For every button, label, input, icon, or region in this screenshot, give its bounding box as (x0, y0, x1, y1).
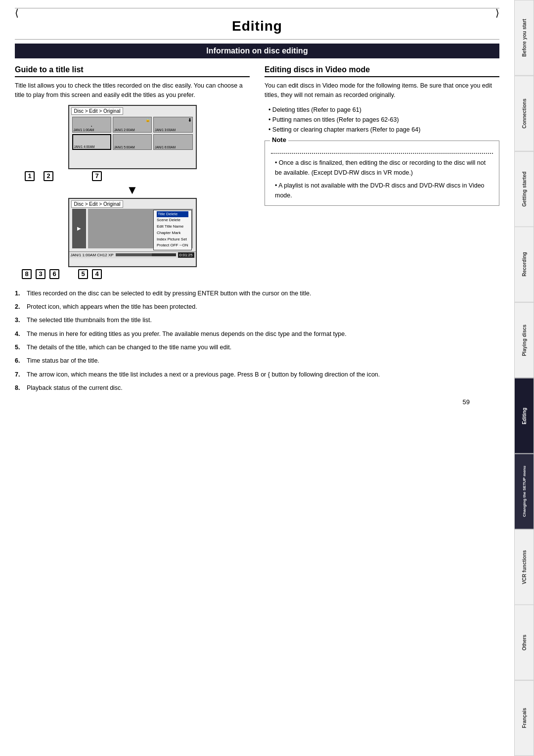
list-item-2: 2. Protect icon, which appears when the … (15, 302, 499, 312)
screen-bottom: Disc > Edit > Original ▶ Title Delete Sc… (68, 198, 197, 267)
editing-bullets: Deleting titles (Refer to page 61) Putti… (268, 105, 499, 135)
note-item-1: Once a disc is finalized, then editing t… (275, 158, 493, 178)
bullet-1: Deleting titles (Refer to page 61) (268, 105, 499, 115)
right-sidebar: Before you start Connections Getting sta… (514, 0, 534, 756)
num-1: 1 (25, 171, 35, 181)
sidebar-tab-francais[interactable]: Français (514, 680, 534, 756)
progress-fill (116, 253, 152, 256)
menu-title-delete: Title Delete (157, 211, 188, 218)
editing-title: Editing discs in Video mode (265, 65, 499, 77)
note-list: Once a disc is finalized, then editing t… (275, 158, 493, 200)
page-title: Editing (15, 9, 499, 38)
list-text-4: The menus in here for editing titles as … (27, 330, 347, 339)
main-content: ⟨ ⟩ Editing Information on disc editing … (0, 0, 514, 756)
num-labels-top: 1 2 7 (25, 171, 250, 181)
menu-chapter-mark: Chapter Mark (157, 230, 188, 236)
num-labels-bottom: 8 3 6 5 4 (22, 269, 250, 279)
screen-top: Disc > Edit > Original ▪ JAN/1 1:00AM 🔒 … (68, 105, 197, 169)
sidebar-tab-setup-menu[interactable]: Changing the SETUP menu (514, 454, 534, 529)
num-4: 4 (92, 269, 102, 279)
list-item-7: 7. The arrow icon, which means the title… (15, 370, 499, 379)
list-num-4: 4. (15, 330, 24, 339)
list-item-6: 6. Time status bar of the title. (15, 356, 499, 366)
title-line-bottom (15, 39, 499, 40)
sidebar-tab-recording[interactable]: Recording (514, 227, 534, 302)
status-bar: JAN/1 1:00AM CH12 XP 0:01:25 (69, 251, 196, 258)
list-text-5: The details of the title, which can be c… (27, 343, 231, 352)
sidebar-tab-editing[interactable]: Editing (514, 378, 534, 454)
list-item-4: 4. The menus in here for editing titles … (15, 330, 499, 339)
sidebar-tab-playing-discs[interactable]: Playing discs (514, 302, 534, 378)
thumb-cell-1: ▪ JAN/1 1:00AM (72, 117, 111, 133)
num-5: 5 (78, 269, 88, 279)
title-corner-left: ⟨ (15, 7, 19, 19)
list-num-6: 6. (15, 356, 24, 366)
section-header: Information on disc editing (15, 44, 499, 58)
play-panel: ▶ (72, 209, 86, 248)
num-6: 6 (49, 269, 59, 279)
sidebar-tab-vcr-functions[interactable]: VCR functions (514, 529, 534, 605)
menu-overlay: Title Delete Scene Delete Edit Title Nam… (153, 210, 192, 251)
thumb-cell-3: JAN/1 3:00AM ⬇ (153, 117, 192, 133)
title-corner-right: ⟩ (495, 7, 499, 19)
numbered-list: 1. Titles recorded on the disc can be se… (15, 289, 499, 393)
thumb-cell-2: 🔒 JAN/1 2:00AM (113, 117, 152, 133)
right-column: Editing discs in Video mode You can edit… (265, 65, 499, 281)
list-num-8: 8. (15, 383, 24, 393)
two-col-layout: Guide to a title list Title list allows … (15, 65, 499, 281)
list-num-5: 5. (15, 343, 24, 352)
num-7: 7 (92, 171, 102, 181)
title-line-top (15, 8, 499, 8)
list-text-1: Titles recorded on the disc can be selec… (27, 289, 312, 298)
page-number: 59 (15, 398, 499, 406)
sidebar-tab-before-you-start[interactable]: Before you start (514, 0, 534, 76)
menu-protect: Protect OFF→ON (157, 242, 188, 249)
bullet-2: Putting names on titles (Refer to pages … (268, 115, 499, 125)
guide-body: Title list allows you to check the title… (15, 81, 250, 100)
guide-title: Guide to a title list (15, 65, 250, 77)
menu-index-picture: Index Picture Set (157, 236, 188, 243)
title-panel: Title Delete Scene Delete Edit Title Nam… (88, 209, 193, 248)
arrow-down: ▼ (15, 183, 250, 197)
screen-top-label: Disc > Edit > Original (71, 107, 124, 115)
num-3: 3 (36, 269, 45, 279)
list-text-2: Protect icon, which appears when the tit… (27, 302, 197, 312)
time-display: 0:01:25 (178, 252, 194, 258)
list-text-3: The selected title thumbnails from the t… (27, 316, 152, 325)
list-item-1: 1. Titles recorded on the disc can be se… (15, 289, 499, 298)
left-column: Guide to a title list Title list allows … (15, 65, 250, 281)
note-title: Note (270, 136, 288, 143)
menu-edit-title: Edit Title Name (157, 224, 188, 230)
list-num-3: 3. (15, 316, 24, 325)
list-text-7: The arrow icon, which means the title li… (27, 370, 380, 379)
sidebar-tab-others[interactable]: Others (514, 605, 534, 680)
menu-scene-delete: Scene Delete (157, 217, 188, 224)
sidebar-tab-connections[interactable]: Connections (514, 76, 534, 151)
list-item-5: 5. The details of the title, which can b… (15, 343, 499, 352)
list-item-3: 3. The selected title thumbnails from th… (15, 316, 499, 325)
list-text-8: Playback status of the current disc. (27, 383, 123, 393)
note-box: Note Once a disc is finalized, then edit… (265, 141, 499, 206)
screen-bottom-label: Disc > Edit > Original (71, 200, 124, 208)
num-2: 2 (44, 171, 53, 181)
thumb-cell-6: JAN/1 6:00AM (153, 134, 192, 150)
list-num-2: 2. (15, 302, 24, 312)
thumb-cell-4: JAN/1 4:00AM (72, 134, 111, 150)
note-dots (271, 153, 493, 154)
list-text-6: Time status bar of the title. (27, 356, 99, 366)
num-8: 8 (22, 269, 32, 279)
protect-icon: 🔒 (145, 118, 150, 122)
title-wrapper: ⟨ ⟩ Editing (15, 0, 499, 44)
list-num-7: 7. (15, 370, 24, 379)
list-num-1: 1. (15, 289, 24, 298)
note-item-2: A playlist is not available with the DVD… (275, 181, 493, 200)
sidebar-tab-getting-started[interactable]: Getting started (514, 151, 534, 227)
editing-body: You can edit discs in Video mode for the… (265, 81, 499, 100)
progress-bar (116, 253, 176, 256)
bullet-3: Setting or clearing chapter markers (Ref… (268, 125, 499, 135)
list-item-8: 8. Playback status of the current disc. (15, 383, 499, 393)
status-info: JAN/1 1:00AM CH12 XP (71, 253, 114, 257)
thumb-cell-5: JAN/1 5:00AM (113, 134, 152, 150)
